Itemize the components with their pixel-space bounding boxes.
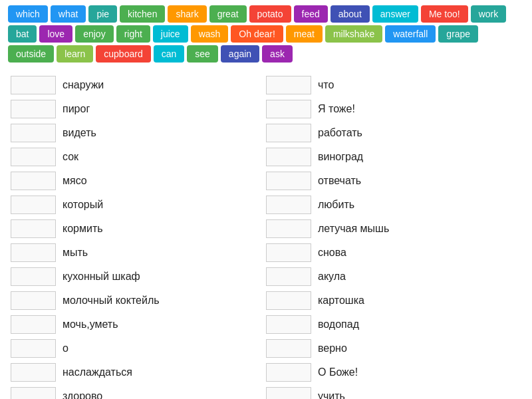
right-match-row: работать [266,121,521,145]
tag-grape[interactable]: grape [438,25,478,43]
right-match-text: виноград [318,151,363,163]
right-match-row: что [266,73,521,97]
right-match-box[interactable] [266,291,311,310]
tag-me-too[interactable]: Me too! [421,5,468,23]
tag-milkshake[interactable]: milkshake [325,25,382,43]
right-match-row: водопад [266,313,521,336]
right-match-box[interactable] [266,315,311,334]
right-match-box[interactable] [266,267,311,286]
tag-ask[interactable]: ask [262,45,293,63]
right-match-text: акула [318,271,346,283]
tag-feed[interactable]: feed [294,5,328,23]
tags-area: whichwhatpiekitchensharkgreatpotatofeeda… [0,0,532,68]
right-match-box[interactable] [266,124,311,142]
left-match-box[interactable] [11,315,56,334]
right-match-box[interactable] [266,243,311,262]
left-match-box[interactable] [11,124,56,142]
left-match-row: сок [11,145,266,169]
left-match-box[interactable] [11,387,56,399]
left-match-text: наслаждаться [63,366,132,378]
left-match-row: мыть [11,241,266,265]
tag-oh-dear[interactable]: Oh dear! [231,25,283,43]
left-match-box[interactable] [11,243,56,262]
left-match-box[interactable] [11,76,56,94]
left-match-box[interactable] [11,339,56,358]
right-match-box[interactable] [266,172,311,190]
tag-can[interactable]: can [154,45,185,63]
tag-answer[interactable]: answer [372,5,418,23]
tag-enjoy[interactable]: enjoy [75,25,113,43]
tag-potato[interactable]: potato [249,5,291,23]
tag-meat[interactable]: meat [286,25,323,43]
left-match-box[interactable] [11,291,56,310]
right-match-box[interactable] [266,219,311,238]
left-match-box[interactable] [11,196,56,214]
tag-wash[interactable]: wash [191,25,229,43]
right-match-box[interactable] [266,363,311,382]
tag-right[interactable]: right [116,25,150,43]
tag-what[interactable]: what [51,5,86,23]
tag-see[interactable]: see [187,45,218,63]
tag-cupboard[interactable]: cupboard [96,45,150,63]
left-match-row: кухонный шкаф [11,265,266,289]
right-match-text: отвечать [318,175,361,187]
right-match-row: картошка [266,289,521,313]
right-match-row: любить [266,193,521,217]
right-match-box[interactable] [266,339,311,358]
tag-juice[interactable]: juice [153,25,188,43]
left-match-box[interactable] [11,267,56,286]
left-match-row: который [11,193,266,217]
tag-again[interactable]: again [221,45,259,63]
right-match-row: акула [266,265,521,289]
tag-work[interactable]: work [471,5,507,23]
right-match-box[interactable] [266,100,311,118]
right-match-box[interactable] [266,148,311,166]
right-match-row: снова [266,241,521,265]
left-match-box[interactable] [11,148,56,166]
tag-love[interactable]: love [39,25,72,43]
right-match-text: Я тоже! [318,103,355,115]
left-match-text: мыть [63,247,88,259]
right-match-text: О Боже! [318,366,358,378]
right-match-text: любить [318,199,354,211]
right-match-row: О Боже! [266,360,521,384]
tag-which[interactable]: which [8,5,48,23]
left-match-text: кухонный шкаф [63,271,140,283]
right-match-row: учить [266,384,521,399]
right-match-box[interactable] [266,387,311,399]
right-match-text: водопад [318,319,359,331]
right-match-row: верно [266,336,521,360]
left-match-text: кормить [63,223,103,235]
matching-area: снаружичтопирогЯ тоже!видетьработатьсокв… [0,68,532,399]
tag-shark[interactable]: shark [168,5,206,23]
right-match-text: картошка [318,295,364,307]
tag-pie[interactable]: pie [88,5,117,23]
left-match-row: кормить [11,217,266,241]
tag-waterfall[interactable]: waterfall [385,25,436,43]
tag-learn[interactable]: learn [57,45,93,63]
left-match-row: молочный коктейль [11,289,266,313]
left-match-text: о [63,342,68,354]
right-match-row: летучая мышь [266,217,521,241]
left-match-text: который [63,199,103,211]
left-match-box[interactable] [11,172,56,190]
left-match-text: пирог [63,103,90,115]
left-match-row: видеть [11,121,266,145]
left-match-row: наслаждаться [11,360,266,384]
left-match-text: снаружи [63,79,104,91]
tag-kitchen[interactable]: kitchen [120,5,165,23]
left-match-box[interactable] [11,219,56,238]
right-match-text: снова [318,247,346,259]
tag-outside[interactable]: outside [8,45,54,63]
left-match-row: мочь,уметь [11,313,266,336]
tag-about[interactable]: about [331,5,370,23]
right-match-text: учить [318,390,345,399]
right-match-box[interactable] [266,76,311,94]
right-match-box[interactable] [266,196,311,214]
tag-great[interactable]: great [209,5,247,23]
left-match-box[interactable] [11,100,56,118]
right-match-text: летучая мышь [318,223,389,235]
right-match-row: виноград [266,145,521,169]
tag-bat[interactable]: bat [8,25,37,43]
left-match-box[interactable] [11,363,56,382]
